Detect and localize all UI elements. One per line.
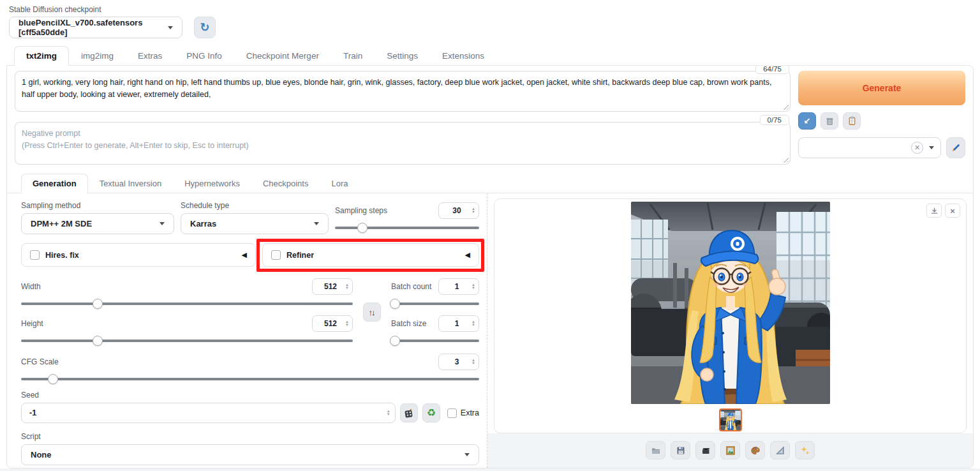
- checkpoint-value: bluePencilXL_v700.safetensors [cff5a50dd…: [19, 18, 160, 37]
- batch-count-slider[interactable]: [391, 299, 479, 309]
- seed-input[interactable]: -1 ▲▼: [21, 403, 396, 423]
- width-input[interactable]: 512 ▲▼: [312, 278, 353, 295]
- refiner-accordion[interactable]: Refiner ◀: [262, 243, 479, 267]
- clear-styles-icon[interactable]: ✕: [911, 142, 923, 154]
- schedule-type-dropdown[interactable]: Karras: [181, 213, 329, 234]
- generate-button[interactable]: Generate: [798, 71, 965, 105]
- schedule-type-value: Karras: [190, 219, 216, 228]
- image-toolbar: [487, 433, 973, 468]
- hires-fix-checkbox[interactable]: [30, 250, 40, 260]
- save-floppy-icon: [676, 445, 686, 456]
- chevron-down-icon: [168, 26, 173, 29]
- subtab-lora[interactable]: Lora: [320, 174, 359, 193]
- sampling-method-label: Sampling method: [21, 201, 174, 210]
- tab-checkpoint-merger[interactable]: Checkpoint Merger: [234, 46, 331, 65]
- negative-prompt-input[interactable]: Negative prompt (Press Ctrl+Enter to gen…: [15, 122, 791, 165]
- height-label: Height: [21, 319, 43, 328]
- paste-arrow-icon: ↙: [804, 116, 811, 126]
- styles-dropdown[interactable]: ✕: [798, 137, 941, 158]
- save-image-button[interactable]: [671, 441, 690, 460]
- stepper-arrows-icon[interactable]: ▲▼: [471, 359, 475, 365]
- sampling-method-value: DPM++ 2M SDE: [31, 219, 92, 228]
- tab-extensions[interactable]: Extensions: [430, 46, 496, 65]
- tab-png-info[interactable]: PNG Info: [174, 46, 234, 65]
- width-slider[interactable]: [21, 299, 353, 309]
- extra-seed-label: Extra: [461, 408, 479, 417]
- send-to-extras-button[interactable]: [770, 441, 790, 460]
- framed-picture-icon: [725, 445, 736, 456]
- batch-count-value: 1: [444, 282, 470, 291]
- swap-dimensions-button[interactable]: ↑↓: [363, 303, 381, 322]
- script-label: Script: [21, 432, 479, 441]
- triangle-ruler-icon: [775, 445, 785, 456]
- prompt-input[interactable]: 1 girl, working, very long hair, right h…: [15, 71, 791, 112]
- open-output-folder-button[interactable]: [646, 441, 665, 460]
- extra-seed-checkbox[interactable]: [447, 408, 457, 418]
- sampling-steps-input[interactable]: 30 ▲▼: [438, 202, 479, 219]
- reuse-seed-button[interactable]: ♻: [422, 403, 440, 422]
- open-folder-icon: [651, 445, 661, 456]
- gallery-thumbnail[interactable]: [719, 408, 742, 431]
- stepper-arrows-icon[interactable]: ▲▼: [471, 320, 475, 327]
- generation-settings: Sampling method DPM++ 2M SDE Schedule ty…: [7, 193, 487, 468]
- height-input[interactable]: 512 ▲▼: [312, 315, 353, 332]
- send-to-img2img-button[interactable]: [720, 441, 740, 460]
- stepper-arrows-icon[interactable]: ▲▼: [345, 283, 349, 290]
- cfg-scale-slider[interactable]: [21, 374, 479, 384]
- hires-fix-accordion[interactable]: Hires. fix ◀: [21, 243, 256, 267]
- generated-image[interactable]: [631, 202, 830, 404]
- apply-styles-button[interactable]: [843, 112, 861, 130]
- stepper-arrows-icon[interactable]: ▲▼: [471, 283, 475, 290]
- refiner-checkbox[interactable]: [271, 250, 281, 260]
- refresh-checkpoints-button[interactable]: ↻: [194, 17, 216, 38]
- cfg-scale-label: CFG Scale: [21, 357, 59, 366]
- script-value: None: [31, 450, 52, 460]
- download-image-button[interactable]: [926, 204, 942, 218]
- send-to-inpaint-button[interactable]: [745, 441, 765, 460]
- subtab-textual-inversion[interactable]: Textual Inversion: [88, 174, 174, 193]
- output-panel: ×: [487, 193, 973, 468]
- clear-prompt-button[interactable]: [820, 112, 838, 130]
- batch-size-slider[interactable]: [391, 336, 479, 346]
- tab-img2img[interactable]: img2img: [69, 46, 126, 65]
- stepper-arrows-icon[interactable]: ▲▼: [387, 410, 390, 416]
- script-dropdown[interactable]: None: [21, 444, 479, 465]
- batch-size-input[interactable]: 1 ▲▼: [438, 315, 479, 332]
- negative-token-counter: 0/75: [760, 115, 789, 125]
- accordion-arrow-icon: ◀: [465, 251, 470, 259]
- random-seed-button[interactable]: [400, 403, 418, 422]
- sampling-method-dropdown[interactable]: DPM++ 2M SDE: [21, 213, 174, 234]
- tab-settings[interactable]: Settings: [375, 46, 430, 65]
- fullscreen-icon: ×: [950, 206, 955, 216]
- refiner-label: Refiner: [286, 251, 314, 260]
- main-tabs: txt2img img2img Extras PNG Info Checkpoi…: [6, 46, 974, 65]
- cfg-scale-input[interactable]: 3 ▲▼: [438, 354, 479, 370]
- paintbrush-icon: [951, 143, 961, 153]
- sampling-steps-slider[interactable]: [335, 223, 479, 233]
- chevron-down-icon: [160, 222, 165, 225]
- subtab-checkpoints[interactable]: Checkpoints: [251, 174, 320, 193]
- height-slider[interactable]: [21, 336, 353, 346]
- edit-styles-button[interactable]: [946, 137, 965, 158]
- checkpoint-dropdown[interactable]: bluePencilXL_v700.safetensors [cff5a50dd…: [9, 17, 182, 38]
- fullscreen-toggle-button[interactable]: ×: [945, 204, 960, 218]
- checkpoint-bar: Stable Diffusion checkpoint bluePencilXL…: [0, 0, 980, 38]
- save-zip-button[interactable]: [695, 441, 715, 460]
- stepper-arrows-icon[interactable]: ▲▼: [345, 320, 349, 327]
- tab-train[interactable]: Train: [331, 46, 375, 65]
- batch-size-value: 1: [444, 319, 470, 328]
- seed-value: -1: [29, 408, 385, 417]
- palette-icon: [750, 445, 761, 456]
- subtab-hypernetworks[interactable]: Hypernetworks: [173, 174, 251, 193]
- batch-size-label: Batch size: [391, 319, 426, 328]
- stepper-arrows-icon[interactable]: ▲▼: [471, 207, 475, 214]
- checkpoint-label: Stable Diffusion checkpoint: [9, 5, 980, 14]
- batch-count-input[interactable]: 1 ▲▼: [438, 278, 479, 295]
- tab-extras[interactable]: Extras: [126, 46, 174, 65]
- refresh-icon: ↻: [200, 22, 209, 33]
- subtab-generation[interactable]: Generation: [21, 174, 88, 193]
- width-label: Width: [21, 282, 41, 291]
- paste-params-button[interactable]: ↙: [798, 112, 816, 130]
- upscale-button[interactable]: [795, 441, 815, 460]
- tab-txt2img[interactable]: txt2img: [14, 46, 69, 66]
